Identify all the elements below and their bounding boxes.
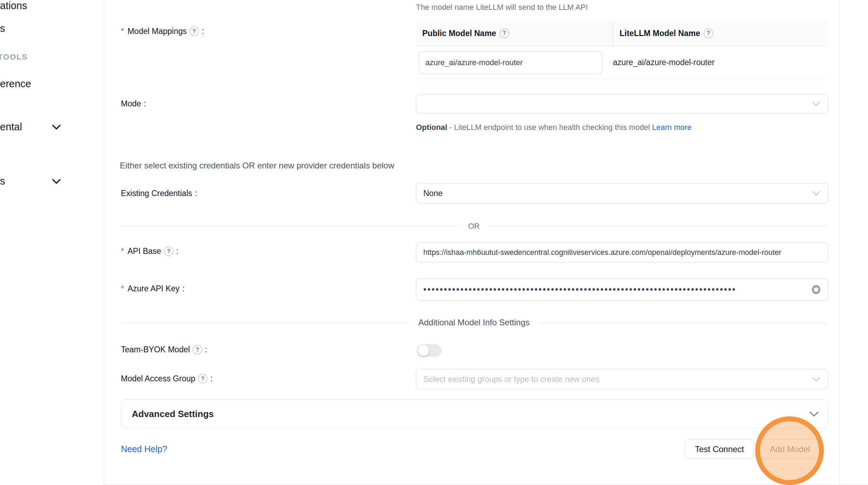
mode-hint: Optional - LiteLLM endpoint to use when …	[416, 120, 696, 134]
sidebar-item-guardrails[interactable]: s	[0, 23, 5, 34]
toggle-knob	[418, 345, 429, 356]
public-model-name-header: Public Model Name ?	[416, 20, 613, 46]
learn-more-link[interactable]: Learn more	[652, 123, 692, 132]
table-header-row: Public Model Name ? LiteLLM Model Name ?	[416, 20, 828, 47]
sidebar-item-organizations[interactable]: ations	[0, 0, 27, 12]
label-colon: :	[182, 284, 184, 293]
label-text: Model Access Group	[121, 374, 195, 383]
label-text: Model Mappings	[128, 27, 187, 36]
add-model-button[interactable]: Add Model	[759, 439, 821, 459]
panel-bottom-border	[104, 484, 868, 485]
label-text: Existing Credentials	[121, 189, 192, 198]
help-icon[interactable]: ?	[500, 29, 509, 38]
advanced-settings-title: Advanced Settings	[132, 409, 214, 420]
mode-select[interactable]	[416, 95, 828, 113]
masked-key-value: ••••••••••••••••••••••••••••••••••••••••…	[423, 284, 795, 295]
sidebar: ations s TOOLS erence ental s	[0, 0, 104, 485]
sidebar-item-experimental[interactable]: ental	[0, 121, 22, 133]
help-icon[interactable]: ?	[190, 27, 199, 36]
model-mappings-table: Public Model Name ? LiteLLM Model Name ?…	[416, 20, 828, 79]
label-colon: :	[176, 247, 178, 256]
required-asterisk: *	[121, 284, 124, 293]
existing-credentials-value: None	[423, 189, 443, 198]
sidebar-item-label: ations	[0, 0, 27, 11]
model-name-hint: The model name LiteLLM will send to the …	[416, 3, 588, 12]
sidebar-section-label: TOOLS	[0, 53, 28, 61]
public-model-name-input[interactable]	[419, 51, 603, 74]
sidebar-item-reference[interactable]: erence	[0, 78, 31, 90]
divider-line	[120, 226, 459, 227]
or-divider-text: OR	[459, 222, 489, 231]
eye-icon[interactable]	[810, 284, 822, 295]
table-row: azure_ai/azure-model-router	[416, 47, 828, 78]
model-access-group-placeholder: Select existing groups or type to create…	[423, 375, 599, 384]
credentials-note: Either select existing credentials OR en…	[120, 161, 394, 171]
add-model-page: ations s TOOLS erence ental s The model …	[0, 0, 868, 485]
litellm-model-name-header: LiteLLM Model Name ?	[613, 20, 828, 46]
sidebar-item-label: s	[0, 23, 5, 34]
help-icon[interactable]: ?	[164, 247, 173, 256]
sidebar-item-label: erence	[0, 78, 31, 89]
help-icon[interactable]: ?	[704, 29, 713, 38]
azure-api-key-label: * Azure API Key :	[121, 284, 185, 293]
existing-credentials-select[interactable]: None	[416, 183, 828, 203]
sidebar-item-settings[interactable]: s	[0, 175, 5, 187]
label-colon: :	[210, 374, 212, 383]
sidebar-item-label: s	[0, 175, 5, 187]
team-byok-label: Team-BYOK Model ? :	[121, 345, 207, 354]
mode-label: Mode :	[121, 99, 146, 109]
api-base-label: * API Base ? :	[121, 247, 178, 256]
label-text: Mode	[121, 99, 141, 109]
label-colon: :	[205, 345, 207, 354]
label-colon: :	[202, 27, 204, 36]
chevron-down-icon[interactable]	[52, 124, 61, 130]
azure-api-key-input[interactable]: ••••••••••••••••••••••••••••••••••••••••…	[416, 278, 828, 300]
divider-line	[539, 323, 828, 323]
need-help-link[interactable]: Need Help?	[121, 444, 167, 454]
additional-info-divider: Additional Model Info Settings	[120, 318, 828, 327]
label-text: API Base	[128, 247, 161, 256]
chevron-down-icon	[812, 191, 820, 196]
divider-line	[120, 323, 409, 323]
mode-hint-text: - LiteLLM endpoint to use when health ch…	[447, 123, 652, 132]
required-asterisk: *	[121, 27, 124, 36]
model-access-group-select[interactable]: Select existing groups or type to create…	[416, 369, 828, 389]
test-connect-button[interactable]: Test Connect	[685, 439, 754, 459]
additional-info-divider-text: Additional Model Info Settings	[409, 318, 539, 327]
litellm-model-name-value: azure_ai/azure-model-router	[613, 58, 715, 67]
label-text: Team-BYOK Model	[121, 345, 190, 354]
chevron-down-icon	[812, 377, 820, 382]
chevron-down-icon	[812, 102, 820, 106]
chevron-down-icon	[809, 411, 819, 417]
api-base-input[interactable]	[416, 242, 828, 263]
chevron-down-icon[interactable]	[52, 179, 61, 184]
help-icon[interactable]: ?	[198, 374, 207, 383]
mode-hint-bold: Optional	[416, 123, 447, 132]
panel-right-border	[839, 0, 840, 485]
divider-line	[489, 226, 828, 227]
label-colon: :	[144, 99, 146, 109]
sidebar-item-label: ental	[0, 121, 22, 132]
header-text: LiteLLM Model Name	[620, 29, 700, 38]
add-model-form: The model name LiteLLM will send to the …	[104, 0, 868, 485]
sidebar-section-tools: TOOLS	[0, 53, 28, 62]
model-access-group-label: Model Access Group ? :	[121, 374, 213, 383]
existing-credentials-label: Existing Credentials :	[121, 189, 197, 198]
advanced-settings-panel[interactable]: Advanced Settings	[121, 400, 828, 429]
model-mappings-label: * Model Mappings ? :	[121, 27, 204, 36]
required-asterisk: *	[121, 247, 124, 256]
label-text: Azure API Key	[128, 284, 179, 293]
team-byok-toggle[interactable]	[417, 344, 442, 357]
help-icon[interactable]: ?	[193, 345, 202, 354]
header-text: Public Model Name	[422, 29, 496, 38]
or-divider: OR	[120, 222, 828, 231]
label-colon: :	[195, 189, 197, 198]
